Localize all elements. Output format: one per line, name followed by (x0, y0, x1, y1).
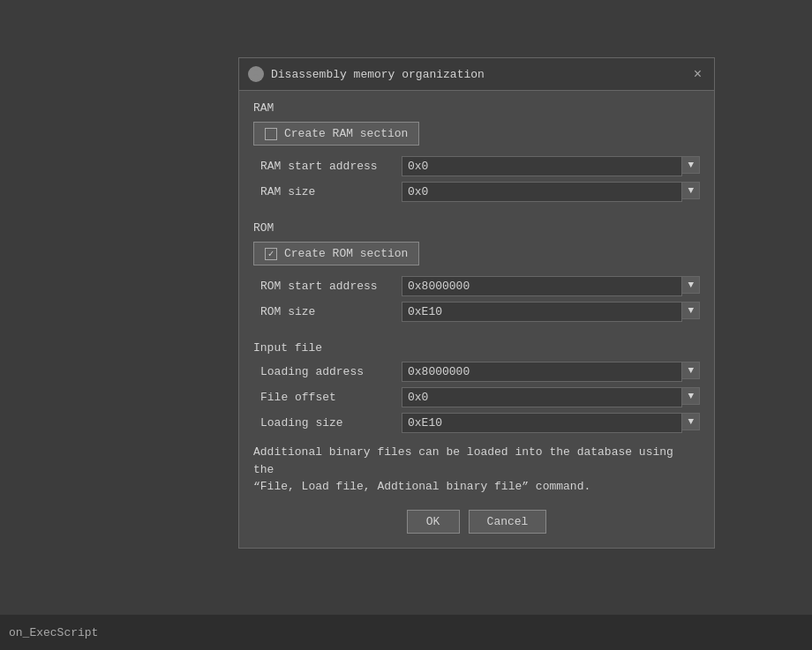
file-offset-dropdown[interactable]: ▼ (682, 387, 700, 405)
spacer-1 (253, 211, 700, 221)
bottom-bar: on_ExecScript (0, 615, 812, 650)
loading-size-dropdown[interactable]: ▼ (682, 413, 700, 430)
info-text-line1: Additional binary files can be loaded in… (253, 444, 700, 478)
dialog-title: Disassembly memory organization (271, 68, 485, 81)
rom-start-address-row: ROM start address ▼ (253, 276, 700, 296)
ram-create-checkbox-btn[interactable]: Create RAM section (253, 122, 419, 146)
rom-checkbox-inner (265, 248, 277, 260)
ram-label: RAM (253, 101, 700, 115)
loading-address-row: Loading address ▼ (253, 362, 700, 382)
loading-size-row: Loading size ▼ (253, 413, 700, 433)
file-offset-input-wrap: ▼ (402, 387, 700, 407)
bottom-bar-text: on_ExecScript (9, 626, 98, 639)
ram-size-input[interactable] (402, 182, 682, 202)
loading-size-label: Loading size (260, 416, 402, 430)
ram-size-label: RAM size (260, 185, 402, 198)
ram-size-input-wrap: ▼ (402, 182, 700, 202)
rom-start-address-label: ROM start address (260, 280, 402, 293)
loading-address-input-wrap: ▼ (402, 362, 700, 382)
dialog: Disassembly memory organization × RAM Cr… (238, 57, 715, 549)
rom-checkbox-row[interactable]: Create ROM section (253, 242, 700, 265)
ram-checkbox-inner (265, 128, 277, 140)
rom-size-dropdown[interactable]: ▼ (682, 302, 700, 319)
rom-create-checkbox-btn[interactable]: Create ROM section (253, 242, 419, 265)
rom-label: ROM (253, 221, 700, 235)
loading-address-input[interactable] (402, 362, 682, 382)
rom-size-label: ROM size (260, 305, 402, 318)
file-offset-row: File offset ▼ (253, 387, 700, 407)
close-button[interactable]: × (690, 65, 705, 83)
titlebar-left: Disassembly memory organization (248, 66, 485, 82)
rom-size-row: ROM size ▼ (253, 302, 700, 322)
ram-section: RAM Create RAM section RAM start address… (253, 101, 700, 202)
title-icon (248, 66, 264, 82)
svg-point-1 (252, 76, 259, 80)
loading-address-dropdown[interactable]: ▼ (682, 362, 700, 379)
input-file-label: Input file (253, 341, 700, 355)
ram-start-address-label: RAM start address (260, 160, 402, 173)
svg-point-0 (253, 70, 259, 75)
ram-start-address-dropdown[interactable]: ▼ (682, 156, 700, 174)
spacer-2 (253, 331, 700, 341)
rom-section: ROM Create ROM section ROM start address… (253, 221, 700, 322)
info-text: Additional binary files can be loaded in… (253, 444, 700, 496)
ram-create-label: Create RAM section (284, 127, 408, 140)
input-file-section: Input file Loading address ▼ File offset… (253, 341, 700, 433)
ram-start-address-input[interactable] (402, 156, 682, 176)
ram-checkbox-row[interactable]: Create RAM section (253, 122, 700, 146)
rom-start-address-input-wrap: ▼ (402, 276, 700, 296)
rom-size-input-wrap: ▼ (402, 302, 700, 322)
file-offset-label: File offset (260, 391, 402, 404)
rom-size-input[interactable] (402, 302, 682, 322)
rom-start-address-input[interactable] (402, 276, 682, 296)
rom-start-address-dropdown[interactable]: ▼ (682, 276, 700, 294)
dialog-titlebar: Disassembly memory organization × (239, 58, 714, 91)
info-text-line2: “File, Load file, Addtional binary file”… (253, 478, 700, 496)
loading-size-input-wrap: ▼ (402, 413, 700, 433)
ram-size-dropdown[interactable]: ▼ (682, 182, 700, 199)
dialog-buttons: OK Cancel (253, 510, 700, 534)
loading-address-label: Loading address (260, 365, 402, 378)
ram-start-address-input-wrap: ▼ (402, 156, 700, 176)
ram-size-row: RAM size ▼ (253, 182, 700, 202)
cancel-button[interactable]: Cancel (469, 510, 547, 534)
dialog-content: RAM Create RAM section RAM start address… (239, 91, 714, 548)
loading-size-input[interactable] (402, 413, 682, 433)
rom-create-label: Create ROM section (284, 247, 408, 260)
ram-start-address-row: RAM start address ▼ (253, 156, 700, 176)
ok-button[interactable]: OK (407, 510, 460, 534)
file-offset-input[interactable] (402, 387, 682, 407)
